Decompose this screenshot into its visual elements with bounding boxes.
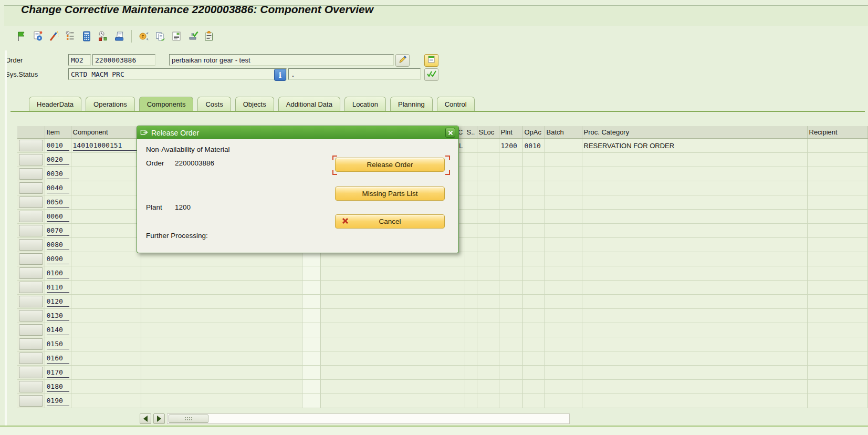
tab-headerdata[interactable]: HeaderData [29, 97, 81, 111]
cell-opac[interactable] [522, 309, 545, 323]
tab-planning[interactable]: Planning [390, 97, 433, 111]
cell-opac[interactable] [522, 295, 545, 309]
cell-opac[interactable] [522, 380, 545, 394]
cell-description[interactable] [141, 337, 302, 351]
cell-description[interactable] [141, 295, 302, 309]
row-select-button[interactable] [19, 381, 43, 392]
order-settings-icon[interactable] [31, 29, 45, 43]
cell-s[interactable] [465, 153, 477, 167]
cell-batch[interactable] [545, 323, 582, 337]
cell-opac[interactable] [522, 181, 545, 195]
cell-component[interactable] [71, 181, 141, 195]
row-select-button[interactable] [19, 395, 43, 407]
column-header-item[interactable]: Item [45, 126, 71, 139]
cell-component[interactable] [71, 195, 141, 210]
cell-s[interactable] [465, 238, 477, 252]
cell-sloc[interactable] [477, 195, 499, 210]
cell-description[interactable] [141, 351, 302, 366]
cell-item[interactable]: 0060 [45, 210, 71, 224]
tab-location[interactable]: Location [344, 97, 386, 111]
cell-batch[interactable] [545, 366, 582, 380]
cell-recipient[interactable] [807, 139, 868, 153]
cell-recipient[interactable] [807, 337, 868, 351]
cell-plnt[interactable] [499, 153, 522, 167]
cell-sloc[interactable] [477, 139, 499, 153]
costs-currency-icon[interactable] [137, 29, 151, 43]
cell-sloc[interactable] [477, 210, 499, 224]
cell-plnt[interactable] [499, 323, 522, 337]
availability-check-icon[interactable] [96, 29, 110, 43]
cell-recipient[interactable] [807, 238, 868, 252]
cell-ic[interactable] [320, 394, 465, 408]
cell-ic[interactable] [320, 323, 465, 337]
cell-recipient[interactable] [807, 266, 868, 281]
row-select-button[interactable] [19, 324, 43, 336]
cell-opac[interactable] [522, 281, 545, 295]
info-icon[interactable] [274, 69, 286, 81]
cell-batch[interactable] [545, 337, 582, 351]
cell-sloc[interactable] [477, 366, 499, 380]
cell-ic[interactable] [320, 309, 465, 323]
cell-opac[interactable] [522, 351, 545, 366]
cell-um[interactable] [302, 323, 320, 337]
cell-sloc[interactable] [477, 153, 499, 167]
cell-component[interactable] [71, 380, 141, 394]
tab-additional-data[interactable]: Additional Data [278, 97, 340, 111]
cell-plnt[interactable] [499, 337, 522, 351]
cell-item[interactable]: 0040 [45, 181, 71, 195]
cell-recipient[interactable] [807, 252, 868, 266]
cell-ic[interactable] [320, 281, 465, 295]
cell-sloc[interactable] [477, 323, 499, 337]
cell-plnt[interactable] [499, 224, 522, 238]
copy-documents-icon[interactable] [153, 29, 167, 43]
cell-s[interactable] [465, 366, 477, 380]
cell-component[interactable] [71, 238, 141, 252]
column-header-opac[interactable]: OpAc [522, 126, 545, 139]
tab-components[interactable]: Components [139, 97, 194, 111]
cell-batch[interactable] [545, 281, 582, 295]
cell-component[interactable] [71, 295, 141, 309]
cell-recipient[interactable] [807, 366, 868, 380]
cell-plnt[interactable] [499, 266, 522, 281]
cell-component[interactable] [71, 167, 141, 181]
cell-item[interactable]: 0080 [45, 238, 71, 252]
cell-plnt[interactable] [499, 167, 522, 181]
status-check-button[interactable] [424, 68, 438, 81]
cell-item[interactable]: 0070 [45, 224, 71, 238]
cell-um[interactable] [302, 252, 320, 266]
cell-sloc[interactable] [477, 181, 499, 195]
cell-sloc[interactable] [477, 394, 499, 408]
cell-component[interactable] [71, 309, 141, 323]
cell-recipient[interactable] [807, 281, 868, 295]
cell-plnt[interactable] [499, 210, 522, 224]
order-document-button[interactable] [424, 54, 438, 67]
cell-description[interactable] [141, 366, 302, 380]
cell-ic[interactable] [320, 351, 465, 366]
tab-costs[interactable]: Costs [197, 97, 231, 111]
cell-opac[interactable] [522, 238, 545, 252]
cell-plnt[interactable] [499, 181, 522, 195]
cell-ic[interactable] [320, 295, 465, 309]
cell-s[interactable] [465, 351, 477, 366]
cell-s[interactable] [465, 295, 477, 309]
row-select-button[interactable] [19, 239, 43, 251]
cell-recipient[interactable] [807, 394, 868, 408]
row-select-button[interactable] [19, 225, 43, 236]
column-header-sloc[interactable]: SLoc [477, 126, 499, 139]
cell-um[interactable] [302, 266, 320, 281]
component-list-icon[interactable] [202, 29, 216, 43]
print-document-icon[interactable] [112, 29, 126, 43]
cell-um[interactable] [302, 366, 320, 380]
column-header-s[interactable]: S.. [465, 126, 477, 139]
cell-sloc[interactable] [477, 295, 499, 309]
cell-plnt[interactable] [499, 295, 522, 309]
cell-component[interactable] [71, 394, 141, 408]
order-type-field[interactable]: MO2 [68, 54, 91, 66]
cell-opac[interactable] [522, 323, 545, 337]
cell-batch[interactable] [545, 167, 582, 181]
cell-item[interactable]: 0050 [45, 195, 71, 210]
cell-sloc[interactable] [477, 238, 499, 252]
cell-item[interactable]: 0120 [45, 295, 71, 309]
cell-ic[interactable] [320, 252, 465, 266]
cell-um[interactable] [302, 309, 320, 323]
